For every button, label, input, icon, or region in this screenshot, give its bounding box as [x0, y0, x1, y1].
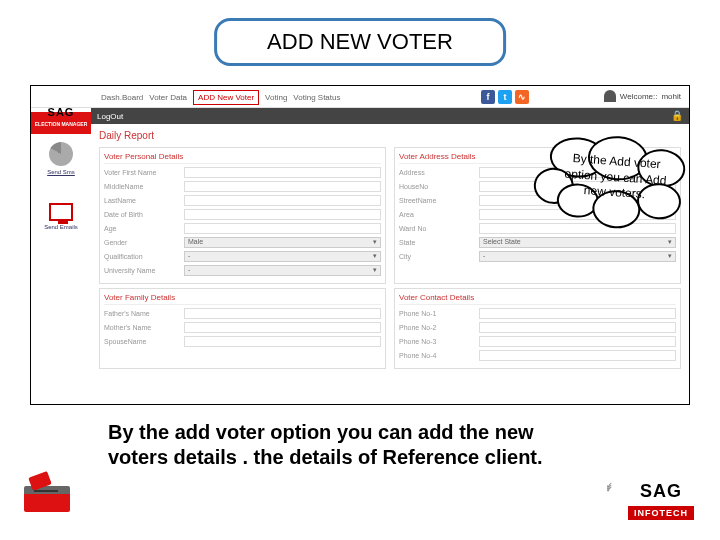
rss-icon[interactable]: ∿ — [515, 90, 529, 104]
logout-link[interactable]: LogOut — [97, 112, 123, 121]
inp-firstname[interactable] — [184, 167, 381, 178]
lbl-ph4: Phone No-4 — [399, 352, 479, 359]
lbl-age: Age — [104, 225, 184, 232]
lbl-state: State — [399, 239, 479, 246]
menu-add-new-voter[interactable]: ADD New Voter — [193, 90, 259, 105]
inp-ph2[interactable] — [479, 322, 676, 333]
inp-ph3[interactable] — [479, 336, 676, 347]
lbl-city: City — [399, 253, 479, 260]
menu-dashboard[interactable]: Dash.Board — [101, 93, 143, 102]
logo-subtext: ELECTION MANAGER — [33, 120, 90, 128]
lock-icon[interactable]: 🔒 — [671, 110, 683, 121]
sel-city[interactable]: - — [479, 251, 676, 262]
thought-bubble: By the Add voter option you can Add new … — [535, 135, 691, 235]
facebook-icon[interactable]: f — [481, 90, 495, 104]
sel-gender[interactable]: Male — [184, 237, 381, 248]
lbl-gender: Gender — [104, 239, 184, 246]
inp-dob[interactable] — [184, 209, 381, 220]
contact-head: Voter Contact Details — [399, 293, 676, 305]
lbl-spouse: SpouseName — [104, 338, 184, 345]
top-bar: Dash.Board Voter Data ADD New Voter Voti… — [31, 86, 689, 108]
personal-section: Voter Personal Details Voter First Name … — [99, 147, 386, 284]
footer-ballot-icon — [24, 486, 70, 512]
inp-ph4[interactable] — [479, 350, 676, 361]
sidebar: Send Sms Send Emails — [31, 134, 91, 404]
welcome-user: mohit — [661, 92, 681, 101]
send-emails-label: Send Emails — [44, 224, 78, 230]
send-sms-label: Send Sms — [47, 169, 75, 175]
lbl-houseno: HouseNo — [399, 183, 479, 190]
contact-section: Voter Contact Details Phone No-1 Phone N… — [394, 288, 681, 369]
monitor-icon — [49, 203, 73, 221]
lbl-ph3: Phone No-3 — [399, 338, 479, 345]
inp-spouse[interactable] — [184, 336, 381, 347]
pie-chart-icon — [49, 142, 73, 166]
check-icon: ✓✓✓ — [606, 485, 614, 491]
social-icons: f t ∿ — [481, 90, 529, 104]
lbl-lastname: LastName — [104, 197, 184, 204]
sel-qual[interactable]: - — [184, 251, 381, 262]
lbl-area: Area — [399, 211, 479, 218]
sidebar-send-emails[interactable]: Send Emails — [31, 183, 91, 238]
lbl-address: Address — [399, 169, 479, 176]
welcome-text: Welcome:: — [620, 92, 658, 101]
app-screenshot: SAG ELECTION MANAGER Dash.Board Voter Da… — [30, 85, 690, 405]
inp-mother[interactable] — [184, 322, 381, 333]
lbl-ph1: Phone No-1 — [399, 310, 479, 317]
family-head: Voter Family Details — [104, 293, 381, 305]
inp-lastname[interactable] — [184, 195, 381, 206]
main-menu: Dash.Board Voter Data ADD New Voter Voti… — [101, 86, 341, 108]
menu-voting[interactable]: Voting — [265, 93, 287, 102]
bubble-text: By the Add voter option you can Add new … — [553, 150, 678, 205]
lbl-mother: Mother's Name — [104, 324, 184, 331]
slide-caption: By the add voter option you can add the … — [108, 420, 578, 470]
logout-bar: LogOut 🔒 — [91, 108, 689, 124]
inp-age[interactable] — [184, 223, 381, 234]
personal-head: Voter Personal Details — [104, 152, 381, 164]
sel-univ[interactable]: - — [184, 265, 381, 276]
lbl-dob: Date of Birth — [104, 211, 184, 218]
menu-voter-data[interactable]: Voter Data — [149, 93, 187, 102]
lbl-firstname: Voter First Name — [104, 169, 184, 176]
footer-logo: ✓✓✓ SAG INFOTECH — [628, 481, 694, 520]
lbl-street: StreetName — [399, 197, 479, 204]
inp-ph1[interactable] — [479, 308, 676, 319]
footer-brand: ✓✓✓ SAG — [628, 481, 694, 502]
lbl-wardno: Ward No — [399, 225, 479, 232]
lbl-father: Father's Name — [104, 310, 184, 317]
footer-sub: INFOTECH — [628, 506, 694, 520]
menu-voting-status[interactable]: Voting Status — [293, 93, 340, 102]
welcome-label: Welcome:: mohit — [604, 90, 681, 102]
inp-middlename[interactable] — [184, 181, 381, 192]
sidebar-send-sms[interactable]: Send Sms — [31, 134, 91, 183]
lbl-univ: University Name — [104, 267, 184, 274]
sel-state[interactable]: Select State — [479, 237, 676, 248]
lbl-middlename: MiddleName — [104, 183, 184, 190]
slide-title: ADD NEW VOTER — [214, 18, 506, 66]
user-icon — [604, 90, 616, 102]
family-section: Voter Family Details Father's Name Mothe… — [99, 288, 386, 369]
twitter-icon[interactable]: t — [498, 90, 512, 104]
inp-father[interactable] — [184, 308, 381, 319]
lbl-ph2: Phone No-2 — [399, 324, 479, 331]
lbl-qual: Qualification — [104, 253, 184, 260]
